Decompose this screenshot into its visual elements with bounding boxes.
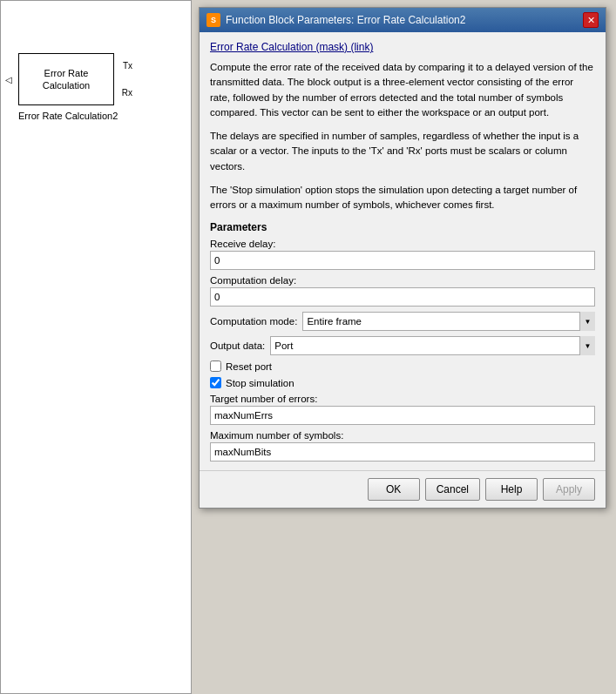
output-data-wrapper: Port Workspace ▼ bbox=[270, 336, 595, 355]
reset-port-checkbox[interactable] bbox=[210, 360, 221, 372]
help-button[interactable]: Help bbox=[485, 478, 538, 501]
dialog-content: Error Rate Calculation (mask) (link) Com… bbox=[200, 32, 606, 470]
simulink-canvas: ◁ Error Rate Calculation Tx Rx Error Rat… bbox=[0, 0, 192, 694]
close-button[interactable]: ✕ bbox=[583, 12, 599, 28]
error-rate-block[interactable]: Error Rate Calculation Tx Rx bbox=[18, 53, 114, 105]
dialog-icon: S bbox=[206, 13, 220, 27]
ok-button[interactable]: OK bbox=[368, 478, 420, 501]
reset-port-row: Reset port bbox=[210, 360, 595, 372]
block-name: Error Rate Calculation2 bbox=[18, 111, 118, 121]
receive-delay-label: Receive delay: bbox=[210, 239, 595, 249]
description-1: Compute the error rate of the received d… bbox=[210, 60, 595, 120]
apply-button[interactable]: Apply bbox=[543, 478, 595, 501]
computation-mode-row: Computation mode: Entire frame Select sa… bbox=[210, 312, 595, 331]
stop-simulation-label[interactable]: Stop simulation bbox=[226, 378, 294, 388]
function-block-dialog: S Function Block Parameters: Error Rate … bbox=[199, 7, 606, 509]
computation-mode-label: Computation mode: bbox=[210, 316, 297, 327]
block-text: Error Rate Calculation bbox=[43, 67, 90, 92]
input-arrow: ◁ bbox=[5, 75, 12, 84]
rx-port-label: Rx bbox=[122, 88, 132, 98]
max-symbols-label: Maximum number of symbols: bbox=[210, 430, 595, 441]
titlebar-left: S Function Block Parameters: Error Rate … bbox=[206, 13, 465, 27]
computation-mode-select[interactable]: Entire frame Select samples from port Se… bbox=[302, 312, 595, 331]
header-link[interactable]: Error Rate Calculation (mask) (link) bbox=[210, 41, 595, 53]
computation-delay-label: Computation delay: bbox=[210, 275, 595, 286]
tx-port-label: Tx bbox=[123, 61, 132, 71]
stop-simulation-checkbox[interactable] bbox=[210, 377, 221, 388]
output-data-select[interactable]: Port Workspace bbox=[270, 336, 595, 355]
computation-delay-input[interactable] bbox=[210, 287, 595, 307]
target-errors-input[interactable] bbox=[210, 406, 595, 425]
dialog-footer: OK Cancel Help Apply bbox=[200, 470, 606, 508]
description-3: The 'Stop simulation' option stops the s… bbox=[210, 183, 595, 213]
params-section-label: Parameters bbox=[210, 221, 595, 233]
receive-delay-input[interactable] bbox=[210, 251, 595, 270]
dialog-title: Function Block Parameters: Error Rate Ca… bbox=[226, 14, 465, 26]
computation-mode-wrapper: Entire frame Select samples from port Se… bbox=[302, 312, 595, 331]
description-2: The delays are specified in number of sa… bbox=[210, 129, 595, 174]
reset-port-label[interactable]: Reset port bbox=[226, 361, 272, 372]
target-errors-label: Target number of errors: bbox=[210, 394, 595, 404]
stop-simulation-row: Stop simulation bbox=[210, 377, 595, 388]
output-data-row: Output data: Port Workspace ▼ bbox=[210, 336, 595, 355]
max-symbols-input[interactable] bbox=[210, 442, 595, 462]
cancel-button[interactable]: Cancel bbox=[425, 478, 480, 501]
block-diagram: ◁ Error Rate Calculation Tx Rx Error Rat… bbox=[18, 53, 118, 121]
dialog-titlebar: S Function Block Parameters: Error Rate … bbox=[200, 8, 606, 32]
output-data-label: Output data: bbox=[210, 340, 265, 351]
